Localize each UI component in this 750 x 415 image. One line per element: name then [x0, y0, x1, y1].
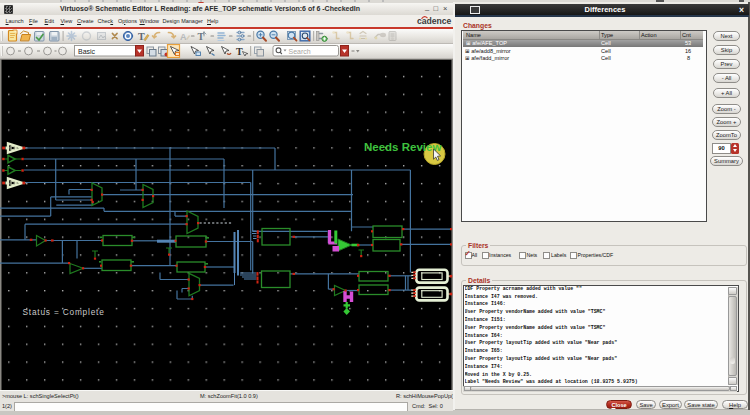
- svg-text:Basic: Basic: [78, 47, 96, 54]
- svg-text:A: A: [180, 31, 187, 41]
- svg-text:Status = Complete: Status = Complete: [23, 307, 105, 317]
- svg-text:Needs Review: Needs Review: [364, 141, 441, 153]
- svg-text:T: T: [138, 30, 145, 41]
- svg-text:Search: Search: [289, 47, 311, 54]
